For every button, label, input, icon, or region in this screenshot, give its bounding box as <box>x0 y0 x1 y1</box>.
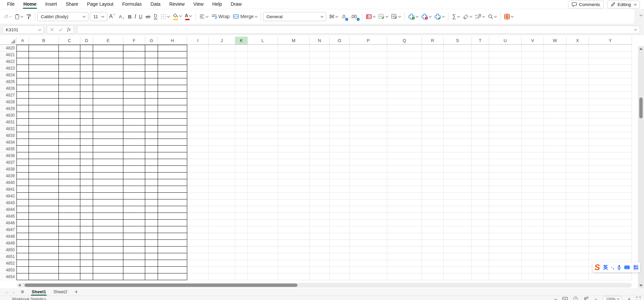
cell-R4851[interactable] <box>422 253 444 260</box>
cell-K4829[interactable] <box>235 105 248 112</box>
cell-A4830[interactable] <box>16 112 29 119</box>
cell-O4851[interactable] <box>330 253 350 260</box>
cell-I4830[interactable] <box>187 112 209 119</box>
cell-M4830[interactable] <box>278 112 310 119</box>
cell-N4854[interactable] <box>310 273 330 280</box>
cell-E4843[interactable] <box>93 199 123 206</box>
cell-V4830[interactable] <box>522 112 544 119</box>
cell-S4843[interactable] <box>444 199 472 206</box>
cell-E4833[interactable] <box>93 132 123 139</box>
row-header-4837[interactable]: 4837 <box>0 159 16 166</box>
cell-X4834[interactable] <box>566 139 589 146</box>
cell-K4846[interactable] <box>235 220 248 226</box>
cell-V4849[interactable] <box>522 240 544 247</box>
cell-T4852[interactable] <box>472 260 489 267</box>
cell-K4841[interactable] <box>235 186 248 193</box>
cell-S4820[interactable] <box>444 45 472 51</box>
cell-N4845[interactable] <box>310 213 330 220</box>
cell-P4840[interactable] <box>350 179 387 186</box>
row-header-4838[interactable]: 4838 <box>0 166 16 173</box>
cell-K4824[interactable] <box>235 72 248 78</box>
cell-Y4851[interactable] <box>589 253 632 260</box>
cell-Y4839[interactable] <box>589 173 632 179</box>
cell-C4836[interactable] <box>59 152 80 159</box>
row-header-4849[interactable]: 4849 <box>0 240 16 247</box>
cell-R4844[interactable] <box>422 206 444 213</box>
cell-S4826[interactable] <box>444 85 472 92</box>
cell-A4827[interactable] <box>16 92 29 99</box>
cell-N4844[interactable] <box>310 206 330 213</box>
cell-R4848[interactable] <box>422 233 444 240</box>
row-header-4848[interactable]: 4848 <box>0 233 16 240</box>
sheet-tab-sheet2[interactable]: Sheet2 <box>50 288 71 296</box>
cell-G4847[interactable] <box>145 226 158 233</box>
cell-A4852[interactable] <box>16 260 29 267</box>
column-header-E[interactable]: E <box>93 37 123 44</box>
cell-K4825[interactable] <box>235 78 248 85</box>
column-header-W[interactable]: W <box>544 37 566 44</box>
cell-T4844[interactable] <box>472 206 489 213</box>
cell-A4842[interactable] <box>16 193 29 199</box>
cell-X4841[interactable] <box>566 186 589 193</box>
cell-D4853[interactable] <box>80 267 93 273</box>
cell-I4835[interactable] <box>187 146 209 152</box>
cell-T4846[interactable] <box>472 220 489 226</box>
row-header-4835[interactable]: 4835 <box>0 146 16 152</box>
cell-C4846[interactable] <box>59 220 80 226</box>
prev-sheet-chevron[interactable]: ‹ <box>3 289 10 295</box>
cell-L4851[interactable] <box>248 253 278 260</box>
cell-I4828[interactable] <box>187 99 209 105</box>
cell-A4854[interactable] <box>16 273 29 280</box>
cell-X4847[interactable] <box>566 226 589 233</box>
cell-N4826[interactable] <box>310 85 330 92</box>
cell-B4849[interactable] <box>29 240 59 247</box>
cell-Y4837[interactable] <box>589 159 632 166</box>
cell-L4836[interactable] <box>248 152 278 159</box>
cell-V4836[interactable] <box>522 152 544 159</box>
cell-L4842[interactable] <box>248 193 278 199</box>
cell-O4822[interactable] <box>330 58 350 65</box>
cell-N4829[interactable] <box>310 105 330 112</box>
cell-V4833[interactable] <box>522 132 544 139</box>
cell-R4835[interactable] <box>422 146 444 152</box>
cell-M4843[interactable] <box>278 199 310 206</box>
cell-Q4849[interactable] <box>387 240 422 247</box>
row-header-4845[interactable]: 4845 <box>0 213 16 220</box>
column-header-D[interactable]: D <box>80 37 93 44</box>
cell-T4847[interactable] <box>472 226 489 233</box>
cell-K4853[interactable] <box>235 267 248 273</box>
cell-T4848[interactable] <box>472 233 489 240</box>
cell-P4848[interactable] <box>350 233 387 240</box>
increase-decimal-button[interactable]: .00 › <box>349 11 360 22</box>
cell-G4846[interactable] <box>145 220 158 226</box>
insert-cells-button[interactable] <box>407 11 420 22</box>
cell-R4839[interactable] <box>422 173 444 179</box>
cell-O4849[interactable] <box>330 240 350 247</box>
cell-S4844[interactable] <box>444 206 472 213</box>
cell-L4837[interactable] <box>248 159 278 166</box>
grow-font-button[interactable]: A⌃ <box>107 11 117 22</box>
cell-L4838[interactable] <box>248 166 278 173</box>
cell-Q4834[interactable] <box>387 139 422 146</box>
cell-K4839[interactable] <box>235 173 248 179</box>
cell-U4826[interactable] <box>489 85 522 92</box>
cell-M4821[interactable] <box>278 51 310 58</box>
cell-V4829[interactable] <box>522 105 544 112</box>
cell-Q4830[interactable] <box>387 112 422 119</box>
cell-E4841[interactable] <box>93 186 123 193</box>
cell-F4840[interactable] <box>123 179 145 186</box>
cell-M4820[interactable] <box>278 45 310 51</box>
cell-P4833[interactable] <box>350 132 387 139</box>
cell-B4842[interactable] <box>29 193 59 199</box>
cell-T4820[interactable] <box>472 45 489 51</box>
cell-E4826[interactable] <box>93 85 123 92</box>
cell-V4823[interactable] <box>522 65 544 72</box>
cell-O4820[interactable] <box>330 45 350 51</box>
paste-button[interactable] <box>13 11 25 22</box>
cell-G4849[interactable] <box>145 240 158 247</box>
cell-A4840[interactable] <box>16 179 29 186</box>
cell-W4836[interactable] <box>544 152 566 159</box>
row-header-4830[interactable]: 4830 <box>0 112 16 119</box>
cell-T4841[interactable] <box>472 186 489 193</box>
cell-P4823[interactable] <box>350 65 387 72</box>
